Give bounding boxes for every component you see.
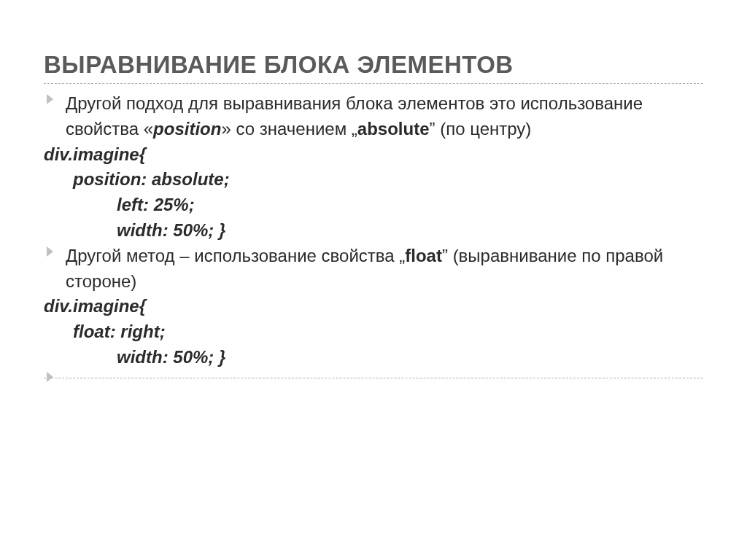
code1-l4: width: 50%; } xyxy=(44,218,703,244)
bullet-item-2: Другой метод – использование свойства „f… xyxy=(44,244,703,295)
code1-l2: position: absolute; xyxy=(44,167,703,192)
bullet-marker-icon xyxy=(47,94,53,104)
para1-prop: position xyxy=(153,119,221,139)
code-block-2: div.imagine{ float: right; width: 50%; } xyxy=(44,294,703,370)
bullet-marker-icon xyxy=(47,246,53,257)
code2-l3: width: 50%; } xyxy=(44,345,703,370)
code-block-1: div.imagine{ position: absolute; left: 2… xyxy=(44,142,703,244)
title-divider xyxy=(44,83,703,84)
code1-l1: div.imagine{ xyxy=(44,142,703,168)
para1-post: ” (по центру) xyxy=(430,119,532,139)
slide: ВЫРАВНИВАНИЕ БЛОКА ЭЛЕМЕНТОВ Другой подх… xyxy=(0,0,747,560)
code2-l1: div.imagine{ xyxy=(44,294,703,319)
slide-content: Другой подход для выравнивания блока эле… xyxy=(44,91,703,370)
para2-pre: Другой метод – использование свойства „ xyxy=(66,246,405,265)
bottom-divider xyxy=(44,378,703,378)
bullet-item-1: Другой подход для выравнивания блока эле… xyxy=(44,91,703,142)
para1-mid: » со значением „ xyxy=(221,119,357,139)
para2-prop: float xyxy=(405,246,442,265)
slide-title: ВЫРАВНИВАНИЕ БЛОКА ЭЛЕМЕНТОВ xyxy=(44,51,703,79)
code1-l3: left: 25%; xyxy=(44,192,703,218)
para1-val: absolute xyxy=(357,119,430,139)
bullet-marker-icon xyxy=(47,372,53,382)
code2-l2: float: right; xyxy=(44,319,703,345)
